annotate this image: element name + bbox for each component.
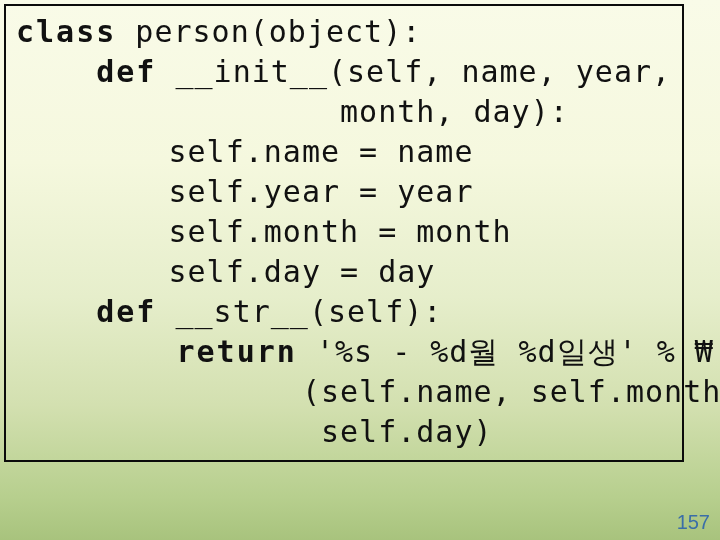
code-line-11: self.day): [16, 412, 672, 452]
code-text: '%s - %d월 %d일생' % ₩: [297, 334, 714, 369]
code-line-9: return '%s - %d월 %d일생' % ₩: [16, 332, 672, 372]
code-text: self.year = year: [16, 174, 473, 209]
code-text: __str__(self):: [156, 294, 442, 329]
code-text: month, day):: [16, 94, 569, 129]
code-text: self.day): [16, 414, 493, 449]
code-line-8: def __str__(self):: [16, 292, 672, 332]
code-line-7: self.day = day: [16, 252, 672, 292]
code-text: self.name = name: [16, 134, 473, 169]
slide: class person(object): def __init__(self,…: [0, 0, 720, 540]
code-text: __init__(self, name, year,: [156, 54, 671, 89]
keyword-class: class: [16, 14, 116, 49]
code-text: self.day = day: [16, 254, 435, 289]
code-box: class person(object): def __init__(self,…: [4, 4, 684, 462]
keyword-def: def: [16, 294, 156, 329]
code-line-6: self.month = month: [16, 212, 672, 252]
code-line-4: self.name = name: [16, 132, 672, 172]
code-text: self.month = month: [16, 214, 512, 249]
page-number: 157: [677, 511, 710, 534]
code-line-10: (self.name, self.month,: [16, 372, 672, 412]
code-line-1: class person(object):: [16, 12, 672, 52]
code-line-2: def __init__(self, name, year,: [16, 52, 672, 92]
code-line-5: self.year = year: [16, 172, 672, 212]
code-text: person(object):: [116, 14, 421, 49]
code-text: (self.name, self.month,: [16, 374, 720, 409]
code-line-3: month, day):: [16, 92, 672, 132]
keyword-def: def: [16, 54, 156, 89]
keyword-return: return: [16, 334, 297, 369]
